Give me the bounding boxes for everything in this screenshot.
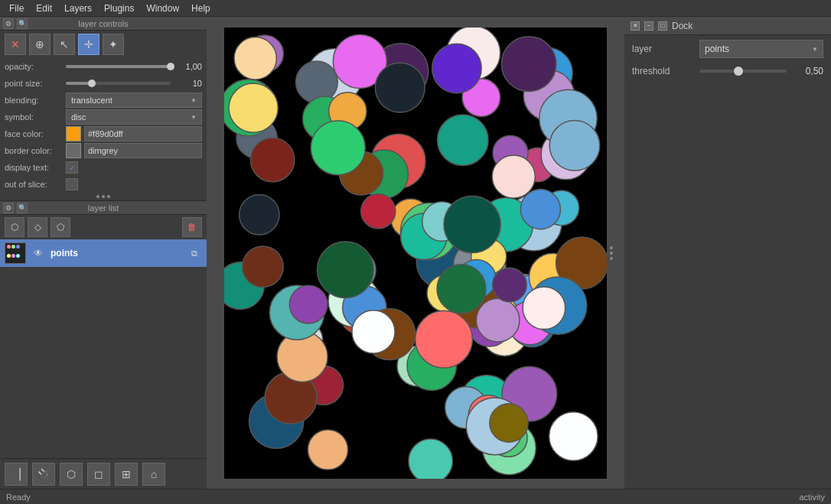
- symbol-dropdown[interactable]: disc ▼: [66, 109, 202, 125]
- layer-name: points: [51, 248, 182, 259]
- layer-controls-title: layer controls: [78, 19, 128, 28]
- point-size-label: point size:: [5, 79, 66, 88]
- display-text-row: display text: ✓: [0, 159, 207, 176]
- face-color-label: face color:: [5, 129, 66, 138]
- grid-btn[interactable]: ⊞: [115, 463, 138, 486]
- dock-title: Dock: [672, 21, 825, 31]
- blending-dropdown-arrow: ▼: [191, 97, 197, 104]
- blending-label: blending:: [5, 96, 66, 105]
- display-text-checkbox[interactable]: ✓: [66, 161, 78, 174]
- symbol-dropdown-arrow: ▼: [191, 114, 197, 121]
- symbol-row: symbol: disc ▼: [0, 109, 207, 125]
- terminal-btn[interactable]: ▕: [5, 463, 28, 486]
- canvas-wrapper: [224, 28, 607, 479]
- close-layer-button[interactable]: ✕: [5, 34, 26, 55]
- activity-label[interactable]: activity: [799, 493, 825, 502]
- menu-help[interactable]: Help: [185, 2, 217, 15]
- border-color-control: dimgrey: [66, 143, 202, 158]
- face-color-control: #f89d0dff: [66, 126, 202, 141]
- dock-threshold-value: 0,50: [793, 66, 823, 76]
- dock-threshold-row: threshold 0,50: [624, 63, 831, 80]
- home-btn[interactable]: ⌂: [142, 463, 165, 486]
- layer-list-section: ⚙ 🔍 layer list ⬡ ◇ ⬠ 🗑: [0, 201, 207, 458]
- main-area: ⚙ 🔍 layer controls ✕ ⊕ ↖ ✛ ✦ opacity:: [0, 17, 831, 489]
- blending-control: translucent ▼: [66, 93, 202, 108]
- layer-link-icon[interactable]: ⧉: [187, 245, 202, 261]
- menubar: File Edit Layers Plugins Window Help: [0, 0, 831, 17]
- layer-item[interactable]: 👁 points ⧉: [0, 239, 207, 267]
- points-tool-btn[interactable]: ⬡: [5, 217, 24, 237]
- tool-buttons-row: ✕ ⊕ ↖ ✛ ✦: [0, 31, 207, 58]
- layer-controls-section: ⚙ 🔍 layer controls ✕ ⊕ ↖ ✛ ✦ opacity:: [0, 17, 207, 201]
- canvas-area: [207, 17, 624, 489]
- display-text-label: display text:: [5, 163, 66, 172]
- main-canvas[interactable]: [224, 28, 607, 479]
- menu-plugins[interactable]: Plugins: [98, 2, 140, 15]
- 3d-btn[interactable]: ⬡: [60, 463, 83, 486]
- status-bar: Ready activity: [0, 489, 831, 504]
- dock-layer-label: layer: [632, 44, 693, 54]
- point-size-value: 10: [175, 79, 202, 88]
- blending-value: translucent: [71, 96, 112, 105]
- dock-header: ✕ − □ Dock: [624, 17, 831, 35]
- add-layer-button[interactable]: ⊕: [29, 34, 51, 55]
- dock-close-btn[interactable]: ✕: [631, 21, 640, 31]
- border-color-swatch[interactable]: [66, 143, 81, 158]
- border-color-label: border color:: [5, 146, 66, 155]
- select-tool-button[interactable]: ↖: [54, 34, 75, 55]
- dock-layer-dropdown[interactable]: points ▼: [699, 40, 823, 58]
- canvas-side-handle: [610, 246, 613, 260]
- list-search-icon[interactable]: 🔍: [17, 203, 28, 213]
- layer-controls-header: ⚙ 🔍 layer controls: [0, 17, 207, 31]
- move-tool-button[interactable]: ✛: [78, 34, 99, 55]
- menu-edit[interactable]: Edit: [30, 2, 58, 15]
- menu-layers[interactable]: Layers: [58, 2, 98, 15]
- menu-window[interactable]: Window: [140, 2, 185, 15]
- dock-threshold-slider[interactable]: [699, 70, 787, 73]
- blending-dropdown[interactable]: translucent ▼: [66, 93, 202, 108]
- plugin-btn[interactable]: 🔌: [32, 463, 55, 486]
- point-size-row: point size: 10: [0, 75, 207, 92]
- shapes-tool-btn[interactable]: ◇: [28, 217, 47, 237]
- dock-layer-row: layer points ▼: [624, 35, 831, 63]
- out-of-slice-row: out of slice:: [0, 176, 207, 193]
- opacity-slider[interactable]: [66, 65, 171, 68]
- more-options-dots[interactable]: [0, 193, 207, 200]
- symbol-control: disc ▼: [66, 109, 202, 125]
- out-of-slice-control: [66, 178, 202, 190]
- right-panel: ✕ − □ Dock layer points ▼ threshold 0,50: [624, 17, 831, 489]
- opacity-row: opacity: 1,00: [0, 58, 207, 75]
- symbol-label: symbol:: [5, 112, 66, 122]
- face-color-swatch[interactable]: [66, 126, 81, 141]
- layer-list-title: layer list: [88, 203, 119, 213]
- panel-search-icon[interactable]: 🔍: [17, 18, 28, 29]
- border-color-text[interactable]: dimgrey: [84, 143, 202, 158]
- opacity-control: 1,00: [66, 62, 202, 71]
- opacity-label: opacity:: [5, 62, 66, 71]
- status-ready: Ready: [6, 493, 31, 502]
- 2d-btn[interactable]: ◻: [87, 463, 110, 486]
- layer-thumb-content: [5, 243, 25, 263]
- face-color-text[interactable]: #f89d0dff: [84, 126, 202, 141]
- transform-tool-button[interactable]: ✦: [103, 34, 124, 55]
- border-color-row: border color: dimgrey: [0, 142, 207, 159]
- layer-visibility-toggle[interactable]: 👁: [31, 245, 46, 261]
- out-of-slice-label: out of slice:: [5, 180, 66, 189]
- dock-minimize-btn[interactable]: −: [644, 21, 653, 31]
- out-of-slice-checkbox[interactable]: [66, 178, 78, 190]
- list-settings-icon[interactable]: ⚙: [3, 203, 14, 213]
- dock-layer-dropdown-arrow: ▼: [812, 46, 818, 53]
- dock-threshold-label: threshold: [632, 66, 693, 76]
- dock-expand-btn[interactable]: □: [658, 21, 667, 31]
- display-text-control: ✓: [66, 161, 202, 174]
- layer-list-toolbar: ⬡ ◇ ⬠ 🗑: [0, 215, 207, 239]
- delete-layer-btn[interactable]: 🗑: [182, 217, 202, 237]
- opacity-value: 1,00: [175, 62, 202, 71]
- polygon-tool-btn[interactable]: ⬠: [51, 217, 70, 237]
- menu-file[interactable]: File: [3, 2, 30, 15]
- left-panel: ⚙ 🔍 layer controls ✕ ⊕ ↖ ✛ ✦ opacity:: [0, 17, 207, 489]
- symbol-value: disc: [71, 112, 86, 122]
- panel-settings-icon[interactable]: ⚙: [3, 18, 14, 29]
- point-size-slider[interactable]: [66, 82, 171, 85]
- blending-row: blending: translucent ▼: [0, 92, 207, 109]
